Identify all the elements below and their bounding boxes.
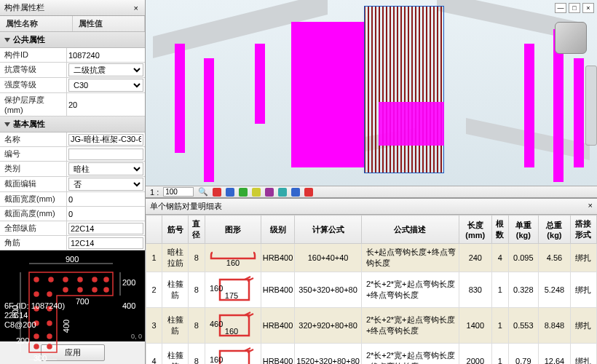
prop-row: 截面宽度(mm)0	[0, 192, 145, 207]
prop-key: 截面宽度(mm)	[0, 192, 67, 206]
col-header[interactable]: 筋号	[162, 215, 189, 244]
detail-title-text: 单个钢筋对量明细表	[150, 201, 222, 212]
prop-key: 编号	[0, 147, 67, 161]
maximize-icon[interactable]: □	[569, 3, 580, 13]
prop-text: 0	[68, 195, 73, 204]
prop-value: 暗柱	[67, 162, 145, 176]
prop-select[interactable]: 否	[68, 178, 143, 191]
col-header[interactable]: 总重(kg)	[539, 215, 571, 244]
col-header[interactable]: 根数	[491, 215, 508, 244]
prop-value: 1087240	[67, 48, 145, 62]
prop-key: 构件ID	[0, 48, 67, 62]
minimize-icon[interactable]: —	[555, 3, 566, 13]
scale-input[interactable]	[163, 187, 194, 197]
prop-key: 类别	[0, 162, 67, 176]
prop-row: 全部纵筋	[0, 221, 145, 236]
rebar-detail-panel: 单个钢筋对量明细表 × 筋号直径图形级别计算公式公式描述长度(mm)根数单重(k…	[146, 198, 597, 364]
col-name: 属性名称	[0, 16, 73, 31]
svg-text:160: 160	[225, 327, 238, 336]
viewport-statusbar: 1 : 🔍	[146, 186, 597, 197]
section-info: 6F (ID: 1087240) 22C14 C8@200	[4, 301, 65, 330]
prop-value	[67, 236, 145, 250]
table-row[interactable]: 2柱箍筋8160175HRB400350+320+80+802*长+2*宽+起点…	[146, 272, 597, 308]
panel-title-text: 构件属性栏	[4, 2, 44, 13]
dim-inner: 700	[76, 297, 89, 306]
prop-input[interactable]	[68, 223, 143, 234]
close-icon[interactable]: ×	[132, 4, 141, 12]
prop-value: 0	[67, 207, 145, 221]
table-row[interactable]: 4柱箍筋8160760HRB4001520+320+80+802*长+2*宽+起…	[146, 344, 597, 365]
svg-point-4	[92, 277, 97, 282]
prop-select[interactable]: 暗柱	[68, 162, 143, 175]
svg-point-18	[34, 344, 39, 349]
prop-input[interactable]	[68, 134, 143, 146]
tool-icon[interactable]	[226, 188, 234, 197]
col-header[interactable]: 级别	[261, 215, 295, 244]
svg-point-17	[47, 334, 52, 339]
properties-panel: 构件属性栏 × 属性名称 属性值 公共属性 构件ID1087240抗震等级二级抗…	[0, 0, 146, 364]
col-header[interactable]: 直径	[189, 215, 205, 244]
svg-point-3	[78, 277, 82, 282]
tool-icon[interactable]	[304, 188, 313, 197]
col-header[interactable]: 长度(mm)	[459, 215, 491, 244]
prop-key: 角筋	[0, 236, 67, 250]
prop-value: 0	[67, 192, 145, 206]
svg-point-1	[49, 277, 53, 282]
prop-key: 截面高度(mm)	[0, 207, 67, 221]
tool-icon[interactable]	[252, 188, 261, 197]
tool-icon[interactable]	[278, 188, 287, 197]
table-row[interactable]: 1暗柱拉筋8160HRB400160+40+40长+起点弯钩长度+终点弯钩长度2…	[146, 244, 597, 272]
col-value: 属性值	[73, 16, 146, 31]
tool-icon[interactable]	[291, 188, 300, 197]
viewport-3d[interactable]: — □ × 1 : 🔍	[146, 0, 597, 198]
col-header[interactable]: 计算公式	[295, 215, 362, 244]
cursor-coord: 0, 0	[131, 333, 142, 340]
prop-key: 保护层厚度(mm)	[0, 93, 67, 116]
dim-r2: 400	[122, 301, 135, 310]
tool-icon[interactable]	[213, 188, 221, 197]
dim-b1: 300	[33, 354, 47, 363]
prop-row: 类别暗柱	[0, 162, 145, 177]
dim-top: 900	[66, 255, 79, 264]
close-icon[interactable]: ×	[582, 3, 594, 13]
col-header[interactable]: 公式描述	[361, 215, 459, 244]
prop-value	[67, 132, 145, 146]
view-side-toolbar[interactable]	[585, 66, 597, 146]
rebar-table: 筋号直径图形级别计算公式公式描述长度(mm)根数单重(kg)总重(kg)搭接形式…	[146, 215, 597, 364]
prop-select[interactable]: 二级抗震	[68, 63, 143, 76]
prop-row: 抗震等级二级抗震	[0, 63, 145, 78]
group-basic[interactable]: 基本属性	[0, 116, 145, 132]
prop-text: 0	[68, 210, 73, 218]
close-icon[interactable]: ×	[588, 201, 593, 212]
tool-icon[interactable]	[265, 188, 274, 197]
group-public[interactable]: 公共属性	[0, 32, 145, 48]
section-preview[interactable]: 900 200 400 700 900 300 400 200 6F (ID: …	[0, 250, 145, 341]
prop-row: 构件ID1087240	[0, 48, 145, 63]
prop-text: 20	[68, 100, 77, 109]
svg-text:160: 160	[226, 258, 240, 267]
col-header[interactable]: 搭接形式	[570, 215, 596, 244]
tool-icon[interactable]	[239, 188, 248, 197]
viewcube[interactable]	[555, 22, 587, 54]
prop-key: 抗震等级	[0, 63, 67, 77]
svg-text:175: 175	[225, 291, 238, 300]
prop-row: 角筋	[0, 236, 145, 250]
prop-row: 编号	[0, 147, 145, 162]
svg-point-2	[63, 277, 68, 282]
prop-row: 截面高度(mm)0	[0, 207, 145, 221]
prop-select[interactable]: C30	[68, 79, 143, 92]
prop-input[interactable]	[68, 237, 143, 249]
prop-header: 属性名称 属性值	[0, 16, 145, 32]
prop-input[interactable]	[68, 149, 143, 160]
svg-point-16	[34, 334, 39, 339]
prop-row: 强度等级C30	[0, 78, 145, 93]
svg-point-9	[63, 288, 68, 292]
dim-r1: 200	[122, 278, 135, 287]
svg-text:460: 460	[210, 320, 223, 328]
svg-point-11	[47, 292, 52, 296]
col-header[interactable]: 图形	[205, 215, 261, 244]
table-row[interactable]: 3柱箍筋8460160HRB400320+920+80+802*长+2*宽+起点…	[146, 308, 597, 344]
col-header[interactable]: 单重(kg)	[508, 215, 538, 244]
prop-value: 否	[67, 177, 145, 191]
prop-key: 名称	[0, 132, 67, 146]
